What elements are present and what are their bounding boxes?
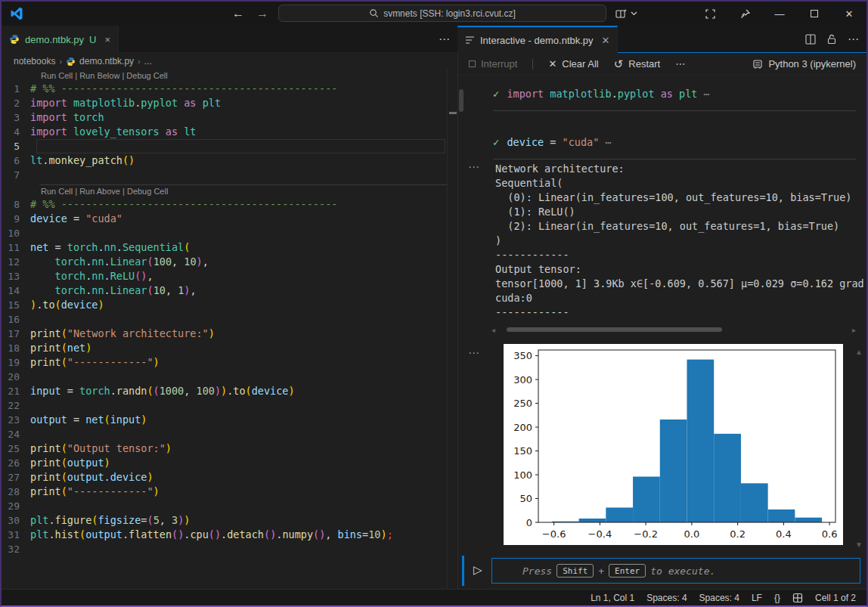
kernel-icon	[752, 59, 763, 70]
tab-interactive-window[interactable]: Interactive - demo.ntbk.py ✕	[457, 26, 618, 53]
back-arrow-icon[interactable]: ←	[232, 7, 244, 20]
line-code: # %% -----------------------------------…	[30, 197, 337, 212]
scroll-up-icon[interactable]: ▲	[855, 348, 863, 356]
code-token: .	[612, 88, 618, 100]
code-line: 27print(output.device)	[2, 470, 447, 485]
executed-cell-1[interactable]: ✓ import matplotlib.pyplot as plt ⋯	[493, 88, 710, 100]
breadcrumb-tail[interactable]: ...	[144, 56, 152, 67]
code-line: 23output = net(input)	[2, 413, 447, 427]
line-number: 18	[2, 341, 30, 355]
tab-close-icon[interactable]: ×	[104, 34, 110, 45]
code-token: .	[98, 241, 104, 253]
scroll-right-icon[interactable]: ▸	[852, 326, 856, 334]
code-token: (	[79, 528, 85, 540]
editor-actions-more-icon[interactable]: ⋯	[439, 33, 450, 46]
code-token: output	[67, 471, 104, 483]
indentation-2[interactable]: Spaces: 4	[699, 593, 739, 603]
indentation[interactable]: Spaces: 4	[646, 593, 687, 603]
minimize-button[interactable]: —	[762, 2, 797, 26]
code-input-field[interactable]: Press Shift + Enter to execute.	[491, 558, 860, 584]
chevron-down-icon[interactable]	[631, 11, 637, 16]
breadcrumb-file[interactable]: demo.ntbk.py	[79, 56, 134, 67]
code-token: (	[104, 413, 110, 426]
svg-text:50: 50	[519, 493, 532, 504]
code-line: 29	[2, 499, 447, 513]
line-number: 5	[2, 139, 30, 153]
svg-text:−0.2: −0.2	[634, 528, 658, 540]
enter-key-badge: Enter	[609, 564, 646, 578]
code-token: matplotlib	[73, 97, 135, 109]
overview-ruler-mark	[449, 112, 457, 114]
line-number: 24	[2, 427, 30, 441]
histogram-output: −0.6−0.4−0.20.00.20.40.60501001502002503…	[504, 344, 843, 545]
customize-layout-icon[interactable]	[615, 8, 628, 19]
maximize-button[interactable]	[797, 2, 832, 26]
tab-close-icon[interactable]: ✕	[602, 35, 610, 46]
clear-all-button[interactable]: ✕ Clear All	[548, 58, 598, 70]
scroll-left-icon[interactable]: ◂	[491, 326, 495, 334]
code-line: 13 torch.nn.ReLU(),	[2, 269, 447, 283]
code-line: 24	[2, 427, 447, 441]
breadcrumb[interactable]: notebooks › demo.ntbk.py › ...	[2, 53, 457, 70]
code-line: 32	[2, 542, 447, 556]
code-token: print	[30, 471, 61, 483]
code-token: (	[61, 485, 67, 497]
chevron-right-icon: ›	[59, 57, 62, 66]
output-line: ------------	[495, 305, 866, 320]
scroll-down-icon[interactable]: ▼	[855, 540, 863, 549]
codelens[interactable]: Run Cell | Run Above | Debug Cell	[39, 184, 447, 197]
forward-arrow-icon[interactable]: →	[256, 7, 268, 20]
output-line: cuda:0	[495, 291, 866, 305]
code-line: 28print("------------")	[2, 485, 447, 499]
code-token: Sequential	[122, 241, 184, 253]
interrupt-button[interactable]: Interrupt	[469, 58, 517, 70]
close-button[interactable]: ✕	[832, 2, 866, 26]
more-actions-icon[interactable]: ⋯	[848, 33, 859, 46]
code-token: print	[30, 442, 61, 454]
histogram-chart: −0.6−0.4−0.20.00.20.40.60501001502002503…	[504, 344, 843, 545]
code-token: ReLU	[110, 270, 135, 282]
code-token: )	[30, 299, 36, 311]
eol-indicator[interactable]: LF	[752, 593, 762, 603]
cursor-position[interactable]: Ln 1, Col 1	[591, 593, 634, 603]
restart-button[interactable]: ↺ Restart	[614, 57, 660, 71]
output-horizontal-scrollbar[interactable]: ◂ ▸	[491, 325, 856, 334]
code-editor[interactable]: Run Cell | Run Below | Debug Cell1# %% -…	[2, 70, 447, 589]
line-number: 7	[2, 168, 30, 182]
output-menu-icon[interactable]: ⋯	[468, 160, 480, 174]
line-code: import matplotlib.pyplot as plt	[30, 96, 221, 110]
pin-icon[interactable]	[727, 2, 762, 26]
search-icon	[369, 8, 379, 18]
line-code: print("Network architecture:")	[30, 327, 215, 341]
code-token: .	[122, 528, 129, 540]
code-line: 22	[2, 398, 447, 413]
unlock-icon[interactable]	[826, 34, 837, 45]
command-center[interactable]: svmnets [SSH: login3.rci.cvut.cz]	[278, 5, 606, 22]
layout-grid-icon[interactable]	[792, 593, 803, 603]
hscroll-thumb[interactable]	[507, 327, 722, 332]
code-token: device	[507, 136, 544, 148]
code-token: as	[655, 88, 680, 100]
plot-menu-icon[interactable]: ⋯	[468, 346, 480, 360]
kernel-picker[interactable]: Python 3 (ipykernel)	[752, 58, 856, 70]
code-line: 9device = "cuda"	[2, 212, 447, 226]
panel-scrollbar-thumb[interactable]	[459, 89, 463, 112]
code-line: 30plt.figure(figsize=(5, 3))	[2, 513, 447, 528]
editor-scrollbar[interactable]	[447, 70, 457, 589]
language-mode[interactable]: {}	[774, 593, 780, 603]
line-number: 6	[2, 153, 30, 168]
split-editor-icon[interactable]	[805, 34, 816, 45]
breadcrumb-root[interactable]: notebooks	[14, 56, 55, 67]
clear-icon: ✕	[548, 58, 556, 70]
code-token: plt	[679, 88, 697, 100]
executed-cell-2[interactable]: ✓ device = "cuda" ⋯	[493, 136, 612, 148]
run-button[interactable]: ▷	[473, 563, 482, 577]
screencast-mode-icon[interactable]	[693, 2, 727, 26]
toolbar-more-button[interactable]: ⋯	[675, 58, 685, 70]
tab-demo-ntbk[interactable]: demo.ntbk.py U ×	[2, 26, 119, 53]
interactive-window-panel: Interrupt ✕ Clear All ↺ Restart ⋯	[457, 53, 866, 589]
cell-indicator[interactable]: Cell 1 of 2	[815, 593, 856, 603]
codelens[interactable]: Run Cell | Run Below | Debug Cell	[2, 70, 447, 82]
code-token: input	[110, 413, 141, 426]
code-token: as	[160, 125, 184, 138]
